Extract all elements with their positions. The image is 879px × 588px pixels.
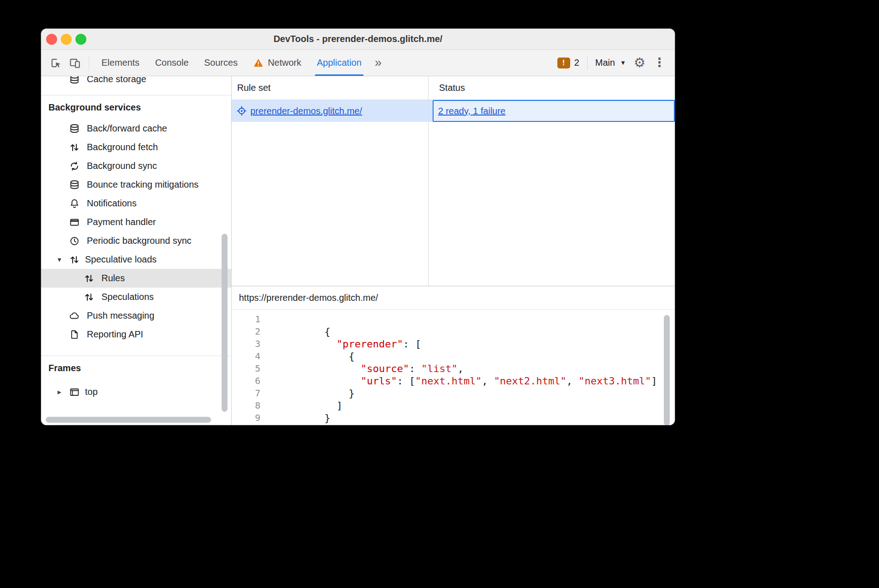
code-line: 2 { <box>232 326 675 338</box>
cloud-icon <box>69 310 80 322</box>
rule-set-link[interactable]: prerender-demos.glitch.me/ <box>250 106 362 116</box>
toolbar-separator <box>89 56 89 70</box>
panel-tabs: Elements Console Sources Network Applica… <box>94 50 387 76</box>
code-text: { <box>265 326 330 338</box>
rule-sets-table: Rule set Status pr <box>232 76 675 286</box>
sidebar-item-label: Notifications <box>87 198 137 209</box>
line-number: 3 <box>232 338 265 350</box>
code-vertical-scrollbar[interactable] <box>664 315 670 425</box>
rules-view: Rule set Status pr <box>232 76 675 425</box>
section-frames: Frames <box>41 356 231 380</box>
up-down-arrows-icon <box>83 291 95 303</box>
rule-set-cell[interactable]: prerender-demos.glitch.me/ <box>232 100 433 122</box>
payment-card-icon <box>69 216 80 228</box>
sidebar-item-label: Cache storage <box>87 76 146 84</box>
titlebar: DevTools - prerender-demos.glitch.me/ <box>41 29 675 50</box>
triangle-expand-icon[interactable]: ▸ <box>55 388 64 396</box>
sidebar-item-back-forward-cache[interactable]: Back/forward cache <box>41 119 231 138</box>
more-tabs-button[interactable]: » <box>369 50 387 76</box>
tab-sources[interactable]: Sources <box>196 50 245 76</box>
window-title: DevTools - prerender-demos.glitch.me/ <box>41 34 675 44</box>
code-line: 7 } <box>232 387 675 399</box>
line-number: 6 <box>232 375 265 387</box>
application-sidebar: Cache storage Background services Back/f… <box>41 76 232 425</box>
sidebar-item-rules[interactable]: Rules <box>41 269 231 288</box>
inspect-element-button[interactable] <box>48 55 64 71</box>
triangle-collapse-icon[interactable]: ▾ <box>55 255 64 264</box>
sidebar-horizontal-scrollbar[interactable] <box>46 417 211 423</box>
preview-source-url: https://prerender-demos.glitch.me/ <box>232 286 675 310</box>
sidebar-item-label: Reporting API <box>87 329 143 340</box>
sidebar-item-notifications[interactable]: Notifications <box>41 194 231 213</box>
sidebar-item-label: Payment handler <box>87 217 156 227</box>
tab-application[interactable]: Application <box>309 50 370 76</box>
tab-elements[interactable]: Elements <box>94 50 147 76</box>
settings-gear-icon[interactable]: ⚙ <box>634 56 646 69</box>
status-cell[interactable]: 2 ready, 1 failure <box>433 100 675 122</box>
up-down-arrows-icon <box>69 254 80 266</box>
sidebar-item-periodic-background-sync[interactable]: Periodic background sync <box>41 231 231 250</box>
sidebar-vertical-scrollbar[interactable] <box>222 234 228 412</box>
line-number: 9 <box>232 412 265 424</box>
section-background-services: Background services <box>41 95 231 119</box>
devtools-window: DevTools - prerender-demos.glitch.me/ <box>41 29 675 425</box>
sidebar-item-speculations[interactable]: Speculations <box>41 288 231 306</box>
sidebar-item-cache-storage[interactable]: Cache storage <box>41 76 231 89</box>
code-line: 5 "source": "list", <box>232 362 675 375</box>
line-number: 8 <box>232 399 265 412</box>
inspect-cursor-icon <box>50 57 62 69</box>
line-number: 7 <box>232 387 265 399</box>
code-line: 8 ] <box>232 399 675 412</box>
device-toolbar-button[interactable] <box>67 55 83 71</box>
database-icon <box>69 179 80 191</box>
line-number: 5 <box>232 362 265 375</box>
sidebar-item-background-fetch[interactable]: Background fetch <box>41 138 231 157</box>
code-line: 4 { <box>232 350 675 362</box>
sidebar-item-label: Rules <box>101 273 125 284</box>
code-text: "source": "list", <box>265 362 464 375</box>
sidebar-item-top-frame[interactable]: ▸ top <box>41 383 231 401</box>
warning-icon <box>253 58 264 68</box>
sidebar-item-push-messaging[interactable]: Push messaging <box>41 306 231 325</box>
sidebar-item-label: Push messaging <box>87 310 154 321</box>
code-line: 1 <box>232 313 675 326</box>
tab-console[interactable]: Console <box>147 50 196 76</box>
kebab-menu-icon[interactable]: ⋮ <box>653 57 666 69</box>
document-icon <box>69 329 80 341</box>
tab-network-label: Network <box>268 58 301 68</box>
code-lines: 12 {3 "prerender": [4 {5 "source": "list… <box>232 313 675 424</box>
table-header-row: Rule set Status <box>232 76 675 100</box>
code-text: ] <box>265 399 343 412</box>
tab-network[interactable]: Network <box>245 50 309 76</box>
toolbar-right-controls: ! 2 Main ▼ ⚙ ⋮ <box>557 56 675 70</box>
bell-icon <box>69 198 80 210</box>
sidebar-item-speculative-loads[interactable]: ▾ Speculative loads <box>41 250 231 269</box>
sidebar-item-background-sync[interactable]: Background sync <box>41 157 231 175</box>
up-down-arrows-icon <box>69 142 80 153</box>
application-panel: Cache storage Background services Back/f… <box>41 76 675 425</box>
sidebar-item-label: Bounce tracking mitigations <box>87 179 199 190</box>
sidebar-item-label: Back/forward cache <box>87 123 167 134</box>
main-context-label: Main <box>595 58 615 68</box>
speculation-rule-icon <box>236 105 247 116</box>
code-text: } <box>265 412 330 424</box>
frame-icon <box>69 386 80 398</box>
sidebar-item-reporting-api[interactable]: Reporting API <box>41 325 231 344</box>
rule-set-preview-pane: https://prerender-demos.glitch.me/ 12 {3… <box>232 286 675 425</box>
table-row[interactable]: prerender-demos.glitch.me/ 2 ready, 1 fa… <box>232 100 675 122</box>
sidebar-item-bounce-tracking-mitigations[interactable]: Bounce tracking mitigations <box>41 175 231 194</box>
sidebar-item-payment-handler[interactable]: Payment handler <box>41 213 231 231</box>
issues-counter-button[interactable]: ! 2 <box>557 58 579 68</box>
rule-set-code-viewer[interactable]: 12 {3 "prerender": [4 {5 "source": "list… <box>232 310 675 425</box>
column-header-rule-set[interactable]: Rule set <box>232 76 434 100</box>
toolbar-divider <box>587 56 588 70</box>
main-context-dropdown[interactable]: Main ▼ <box>595 58 626 68</box>
status-link[interactable]: 2 ready, 1 failure <box>438 106 506 116</box>
desktop-background: DevTools - prerender-demos.glitch.me/ <box>0 0 879 588</box>
column-header-status[interactable]: Status <box>434 76 675 100</box>
database-icon <box>69 76 80 85</box>
sidebar-item-label: Speculations <box>101 292 154 302</box>
up-down-arrows-icon <box>83 273 95 284</box>
issues-count: 2 <box>574 58 579 68</box>
code-text <box>265 313 276 326</box>
